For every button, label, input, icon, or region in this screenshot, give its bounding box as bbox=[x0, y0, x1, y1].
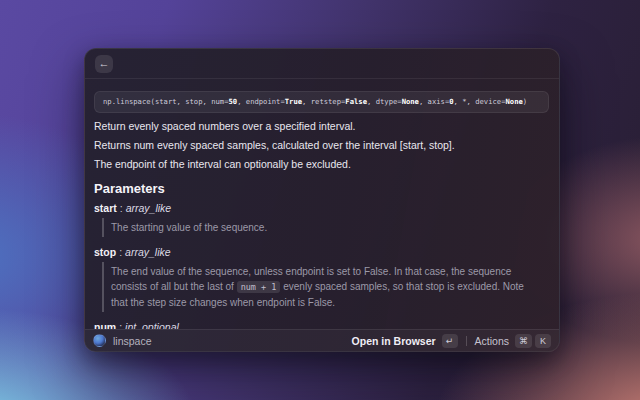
param-type: array_like bbox=[125, 246, 171, 258]
k-key: K bbox=[535, 334, 551, 348]
footer-command-title: linspace bbox=[113, 335, 152, 347]
inline-code-chip: num + 1 bbox=[237, 281, 281, 293]
param-separator: : bbox=[119, 321, 122, 329]
desktop-background: ← np.linspace(start, stop, num=50, endpo… bbox=[0, 0, 640, 400]
param-start: start:array_like The starting value of t… bbox=[94, 201, 549, 237]
doc-paragraph: The endpoint of the interval can optiona… bbox=[94, 157, 549, 172]
param-name: stop bbox=[94, 246, 116, 258]
signature-text: , endpoint= bbox=[237, 97, 285, 106]
signature-text: , axis= bbox=[419, 97, 449, 106]
doc-viewer-window: ← np.linspace(start, stop, num=50, endpo… bbox=[84, 48, 560, 352]
signature-text: , retstep= bbox=[302, 97, 345, 106]
doc-summary-paragraph: Return evenly spaced numbers over a spec… bbox=[94, 119, 549, 134]
signature-text: ) bbox=[523, 97, 527, 106]
signature-value: True bbox=[285, 97, 302, 106]
param-term: num:int, optional bbox=[94, 320, 549, 329]
param-num: num:int, optional bbox=[94, 320, 549, 329]
back-button[interactable]: ← bbox=[95, 55, 113, 73]
signature-text: np.linspace(start, stop, num= bbox=[103, 97, 229, 106]
cmd-key-icon: ⌘ bbox=[515, 334, 532, 348]
numpy-extension-icon bbox=[93, 334, 106, 347]
parameters-heading: Parameters bbox=[94, 180, 549, 197]
open-in-browser-button[interactable]: Open in Browser ↵ bbox=[352, 334, 458, 348]
param-name: num bbox=[94, 321, 116, 329]
signature-text: , *, device= bbox=[454, 97, 506, 106]
return-key-icon: ↵ bbox=[442, 334, 458, 348]
param-stop: stop:array_like The end value of the seq… bbox=[94, 245, 549, 312]
signature-value: 50 bbox=[229, 97, 238, 106]
param-description-text: The starting value of the sequence. bbox=[111, 222, 267, 233]
param-type: int, optional bbox=[125, 321, 179, 329]
actions-button[interactable]: Actions ⌘ K bbox=[475, 334, 551, 348]
doc-paragraph: Returns num evenly spaced samples, calcu… bbox=[94, 138, 549, 153]
function-signature-code: np.linspace(start, stop, num=50, endpoin… bbox=[94, 91, 549, 113]
param-type: array_like bbox=[126, 202, 172, 214]
param-term: stop:array_like bbox=[94, 245, 549, 259]
actions-label: Actions bbox=[475, 335, 509, 347]
param-term: start:array_like bbox=[94, 201, 549, 215]
signature-value: None bbox=[402, 97, 419, 106]
footer-divider bbox=[466, 336, 467, 346]
footer-bar: linspace Open in Browser ↵ Actions ⌘ K bbox=[85, 329, 559, 351]
param-separator: : bbox=[120, 202, 123, 214]
signature-value: False bbox=[345, 97, 367, 106]
param-description: The end value of the sequence, unless en… bbox=[102, 262, 547, 312]
signature-text: , dtype= bbox=[367, 97, 402, 106]
open-in-browser-label: Open in Browser bbox=[352, 335, 436, 347]
param-description: The starting value of the sequence. bbox=[102, 218, 547, 237]
signature-value: None bbox=[506, 97, 523, 106]
extension-info: linspace bbox=[93, 334, 152, 347]
arrow-left-icon: ← bbox=[99, 55, 110, 72]
param-separator: : bbox=[119, 246, 122, 258]
doc-content: np.linspace(start, stop, num=50, endpoin… bbox=[85, 79, 559, 329]
window-header: ← bbox=[85, 49, 559, 79]
param-name: start bbox=[94, 202, 117, 214]
